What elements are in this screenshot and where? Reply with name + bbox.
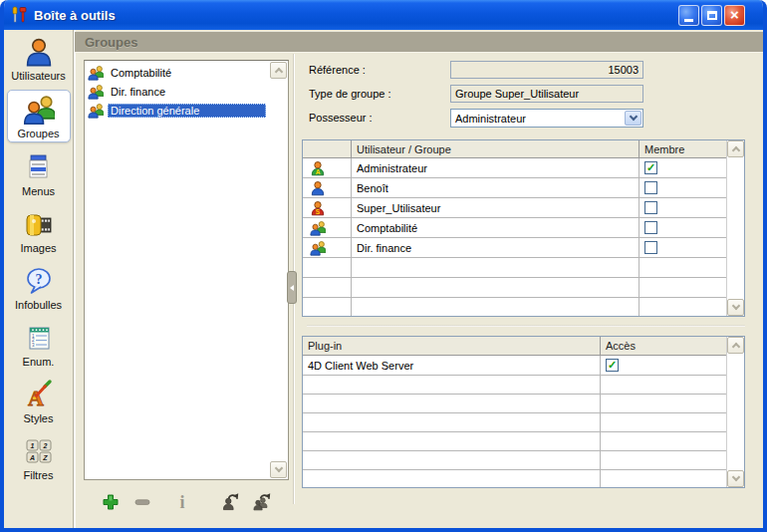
- member-name: Comptabilité: [352, 218, 639, 237]
- add-group-button[interactable]: [100, 491, 122, 513]
- member-row[interactable]: Dir. finance: [303, 238, 744, 258]
- sidebar: Utilisateurs Groupes Menus: [4, 30, 74, 528]
- toolbox-window: Boîte à outils × Utilisateurs Groupes: [0, 0, 767, 532]
- group-list-item-selected[interactable]: Direction générale: [85, 101, 288, 120]
- member-checkbox[interactable]: ✓: [644, 161, 657, 174]
- group-list-item[interactable]: Comptabilité: [85, 63, 288, 82]
- filter-keys-icon: 1 2 A Z: [23, 435, 55, 467]
- svg-text:1: 1: [30, 442, 34, 449]
- scroll-up-button[interactable]: [727, 140, 744, 157]
- menu-icon: [23, 151, 55, 183]
- group-name: Dir. finance: [108, 85, 266, 99]
- group-list-toolbar: i: [84, 488, 289, 518]
- plugins-table: Plug-in Accès 4D Client Web Server ✓: [302, 336, 745, 488]
- page-header: Groupes: [75, 32, 763, 52]
- mirror-user-button[interactable]: [219, 491, 241, 513]
- toolbox-icon: [9, 5, 29, 25]
- chevron-down-icon: [731, 302, 739, 310]
- table-empty-row: [303, 470, 744, 488]
- title-bar[interactable]: Boîte à outils ×: [0, 0, 767, 30]
- svg-text:A: A: [28, 454, 34, 461]
- dropdown-button[interactable]: [625, 111, 641, 126]
- sidebar-item-images[interactable]: Images: [7, 205, 71, 256]
- content-area: Utilisateurs Groupes Menus: [4, 30, 763, 528]
- access-checkbox[interactable]: ✓: [606, 359, 619, 372]
- minimize-button[interactable]: [678, 5, 699, 26]
- members-table-scrollbar[interactable]: [726, 140, 744, 316]
- member-checkbox[interactable]: [644, 181, 657, 194]
- member-name: Dir. finance: [352, 238, 639, 257]
- member-name: Administrateur: [352, 158, 639, 177]
- table-empty-row: [303, 451, 744, 470]
- member-row[interactable]: Super_Utilisateur: [303, 198, 744, 218]
- chevron-up-icon: [274, 68, 282, 76]
- table-empty-row: [303, 258, 744, 278]
- table-empty-row: [303, 432, 744, 451]
- group-icon: [88, 84, 104, 100]
- group-icon: [88, 65, 104, 81]
- owner-select[interactable]: Administrateur: [450, 109, 643, 128]
- sidebar-item-label: Menus: [22, 185, 55, 197]
- film-roll-icon: [23, 208, 55, 240]
- chevron-down-icon: [731, 473, 739, 481]
- owner-value: Administrateur: [451, 113, 624, 125]
- page-title: Groupes: [85, 35, 137, 50]
- scroll-down-button[interactable]: [270, 461, 287, 478]
- user-super-icon: [310, 200, 326, 216]
- member-name: Benoît: [352, 178, 639, 197]
- reference-field: 15003: [450, 61, 643, 79]
- scroll-up-button[interactable]: [270, 62, 287, 79]
- member-row[interactable]: Comptabilité: [303, 218, 744, 238]
- access-column-header: Accès: [601, 337, 726, 355]
- sidebar-item-label: Enum.: [23, 356, 55, 368]
- info-button[interactable]: i: [171, 491, 193, 513]
- close-icon: ×: [730, 7, 739, 22]
- maximize-button[interactable]: [701, 5, 722, 26]
- sidebar-item-menus[interactable]: Menus: [7, 148, 71, 199]
- sidebar-item-label: Images: [20, 242, 56, 254]
- scroll-down-button[interactable]: [727, 299, 744, 316]
- users-group-icon: [23, 94, 55, 126]
- table-empty-row: [303, 395, 744, 413]
- close-button[interactable]: ×: [724, 5, 745, 26]
- delete-group-button[interactable]: [131, 491, 153, 513]
- member-checkbox[interactable]: [644, 241, 657, 254]
- sidebar-item-infobulles[interactable]: ? Infobulles: [7, 262, 71, 313]
- reference-label: Référence :: [309, 64, 366, 76]
- group-icon: [310, 220, 326, 236]
- scroll-down-button[interactable]: [727, 470, 744, 487]
- group-list[interactable]: Comptabilité Dir. finance Direction géné…: [84, 60, 289, 480]
- window-title: Boîte à outils: [34, 8, 678, 23]
- member-checkbox[interactable]: [644, 201, 657, 214]
- splitter-handle[interactable]: [287, 271, 297, 304]
- plugin-row[interactable]: 4D Client Web Server ✓: [303, 356, 744, 376]
- group-list-item[interactable]: Dir. finance: [85, 82, 288, 101]
- sidebar-item-enum[interactable]: 1 2 3 Enum.: [7, 319, 71, 370]
- styles-brush-icon: A: [23, 379, 55, 410]
- plugins-table-scrollbar[interactable]: [726, 337, 744, 487]
- group-type-label: Type de groupe :: [309, 88, 391, 100]
- scroll-up-button[interactable]: [727, 337, 744, 354]
- sidebar-item-label: Styles: [24, 412, 54, 424]
- sidebar-item-styles[interactable]: A Styles: [7, 376, 71, 426]
- plugin-name: 4D Client Web Server: [303, 356, 601, 375]
- svg-text:Z: Z: [42, 454, 48, 461]
- name-column-header: Utilisateur / Groupe: [352, 140, 639, 157]
- svg-text:2: 2: [42, 442, 47, 449]
- sidebar-item-groupes[interactable]: Groupes: [7, 90, 71, 142]
- sidebar-item-utilisateurs[interactable]: Utilisateurs: [7, 33, 71, 84]
- info-icon: i: [179, 492, 184, 513]
- notepad-icon: 1 2 3: [23, 322, 55, 354]
- members-table-header: Utilisateur / Groupe Membre: [303, 140, 744, 158]
- member-name: Super_Utilisateur: [352, 198, 639, 217]
- group-icon: [310, 240, 326, 256]
- mirror-group-button[interactable]: [251, 491, 273, 513]
- table-empty-row: [303, 376, 744, 395]
- member-row[interactable]: Benoît: [303, 178, 744, 198]
- member-row[interactable]: Administrateur ✓: [303, 158, 744, 178]
- member-checkbox[interactable]: [644, 221, 657, 234]
- sidebar-item-filtres[interactable]: 1 2 A Z Filtres: [7, 432, 71, 483]
- check-icon: ✓: [646, 162, 655, 173]
- section-separator: [307, 325, 745, 327]
- window-controls: ×: [678, 5, 745, 26]
